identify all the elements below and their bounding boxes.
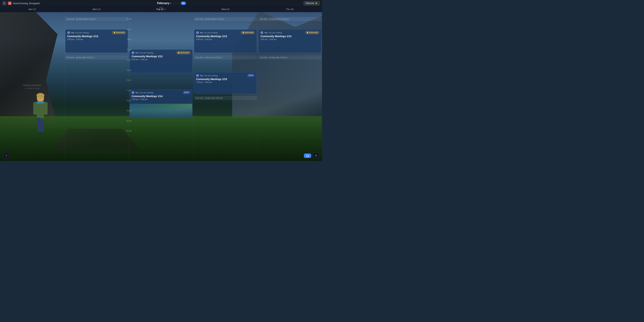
monday-community-meeting-event[interactable]: 🎭 You You are hosting 🔔 Interested Commu…: [65, 29, 128, 53]
thursday-event-avatar: 🎭: [260, 31, 263, 34]
wednesday-event1-you: You: [200, 31, 203, 34]
tuesday-event2-you: You: [135, 91, 139, 94]
monday-host-avatar: 🎭: [67, 31, 70, 34]
tuesday-event1-title: Community Meetings 1/13: [132, 55, 190, 58]
bottom-bar: / 11 +: [0, 150, 322, 161]
tuesday-event2-title: Community Meetings 1/14: [132, 95, 190, 98]
wednesday-event2-title: Community Meetings 1/15: [196, 78, 255, 81]
wednesday-event2-you: You: [200, 74, 203, 77]
month-title[interactable]: February ▾: [157, 1, 171, 5]
tuesday-event2-header: 🎭 You You are hosting RSVP: [132, 91, 190, 94]
tuesday-column: 12 pm 1 pm 2 pm 3 pm 4 pm 5 pm 6 pm 7 pm…: [129, 12, 193, 161]
day-header-label-sun12: Sun 12: [28, 8, 36, 10]
thursday-event-time: 3:00 pm - 5:00 pm: [260, 38, 319, 40]
monday-column: free time · all day before 3:00 pm 🎭 You…: [64, 12, 129, 161]
settings-button[interactable]: ⚙: [2, 1, 6, 5]
thursday-event-badge: 🔔 Interested: [305, 31, 319, 34]
day-header-mon13: Mon 13: [64, 6, 129, 12]
wednesday-event2-header: 🎭 You You are hosting RSVP: [196, 74, 255, 77]
month-chevron-icon: ▾: [170, 2, 171, 4]
top-bar-right: Discover ✨: [304, 1, 320, 5]
day-header-label-mon13: Mon 13: [93, 8, 100, 10]
tuesday-event2-avatar: 🎭: [132, 91, 134, 94]
slash-command-button[interactable]: /: [3, 152, 10, 159]
tuesday-event2-badge: RSVP: [183, 91, 190, 94]
gmt-label: GMT: [159, 7, 163, 9]
top-bar: ⚙ 📅 Good Evening, Elongated February ▾ ←…: [0, 0, 322, 6]
navigation-arrows: ← →: [173, 2, 179, 5]
thursday-community-meeting-event[interactable]: 🎭 You You are hosting 🔔 Interested Commu…: [258, 29, 321, 53]
wednesday-event2-time: 7:00 pm - 9:00 pm: [196, 81, 255, 83]
tuesday-community-meeting-1[interactable]: 🎭 You You are hosting 🔔 Interested Commu…: [130, 49, 192, 73]
tuesday-event1-header: 🎭 You You are hosting 🔔 Interested: [132, 51, 190, 54]
top-bar-left: ⚙ 📅 Good Evening, Elongated: [2, 1, 40, 5]
day-header-wed15: Wed 15: [193, 6, 258, 12]
wednesday-event2-badge: RSVP: [247, 74, 255, 77]
day-header-sun12: Sun 12: [0, 6, 64, 12]
thursday-event-title: Community Meetings 1/13: [260, 35, 319, 38]
tuesday-event2-host-label: You are hosting: [140, 91, 153, 94]
sunday-column: Nothing scheduled + Create an event: [0, 12, 64, 161]
wednesday-community-meeting-1[interactable]: 🎭 You You are hosting 🔔 Interested Commu…: [194, 29, 257, 53]
week-number-badge: 11: [181, 1, 186, 5]
tuesday-event2-time: 7:00 pm - 9:00 pm: [132, 98, 190, 100]
tuesday-event1-time: 3:00 pm - 5:00 pm: [132, 58, 190, 60]
wednesday-event1-title: Community Meetings 1/13: [196, 35, 255, 38]
monday-you-text: You: [71, 31, 74, 34]
wednesday-event1-time: 3:00 pm - 5:00 pm: [196, 38, 255, 40]
day-header-label-wed15: Wed 15: [222, 8, 230, 10]
monday-event-header: 🎭 You You are hosting 🔔 Interested: [67, 31, 126, 34]
monday-event-time: 3:00 pm - 5:00 pm: [67, 38, 126, 40]
day-header-thu16: Thu 16: [258, 6, 322, 12]
wednesday-event2-avatar: 🎭: [196, 74, 199, 77]
tuesday-event1-host: 🎭 You You are hosting: [132, 51, 153, 54]
monday-free-time-top: free time · all day before 3:00 pm: [65, 17, 128, 21]
thursday-column: free time · all day before 3:00 pm 🎭 You…: [258, 12, 322, 161]
wednesday-community-meeting-2[interactable]: 🎭 You You are hosting RSVP Community Mee…: [194, 72, 257, 94]
monday-free-time-bottom: free time · all day after 5:00 pm: [65, 56, 128, 59]
thursday-event-host-label: You are hosting: [268, 31, 282, 34]
tuesday-event1-badge: 🔔 Interested: [176, 51, 190, 54]
discover-button[interactable]: Discover ✨: [304, 1, 320, 5]
tuesday-event1-avatar: 🎭: [132, 51, 134, 54]
wednesday-column: free time · all day before 3:00 pm 🎭 You…: [193, 12, 258, 161]
wednesday-event1-avatar: 🎭: [196, 31, 199, 34]
wednesday-free-time-top: free time · all day before 3:00 pm: [194, 17, 257, 21]
wednesday-free-time-bottom: free time · all day after 9:00 pm: [194, 96, 257, 100]
day-headers-row: Sun 12 Mon 13 GMT Tue 14 ⇅ Wed 15 Thu 16: [0, 6, 322, 12]
wednesday-event1-header: 🎭 You You are hosting 🔔 Interested: [196, 31, 255, 34]
wednesday-event2-host-label: You are hosting: [204, 74, 218, 77]
top-bar-center: February ▾ ← → 11: [157, 1, 186, 5]
monday-event-title: Community Meetings 1/13: [67, 35, 126, 38]
prev-arrow-button[interactable]: ←: [173, 2, 176, 5]
day-header-label-thu16: Thu 16: [286, 8, 294, 10]
calendar-grid: Nothing scheduled + Create an event free…: [0, 12, 322, 161]
next-arrow-button[interactable]: →: [176, 2, 179, 5]
calendar-icon-button[interactable]: 📅: [8, 1, 12, 5]
monday-interested-badge: 🔔 Interested: [112, 31, 126, 34]
nothing-scheduled-text: Nothing scheduled: [23, 84, 41, 86]
greeting-text: Good Evening, Elongated: [13, 2, 40, 5]
wednesday-event1-badge: 🔔 Interested: [241, 31, 255, 34]
add-event-button[interactable]: +: [313, 152, 319, 159]
tuesday-event2-host: 🎭 You You are hosting: [132, 91, 153, 94]
thursday-event-host: 🎭 You You are hosting: [260, 31, 282, 34]
bottom-right-controls: 11 +: [304, 152, 319, 159]
thursday-free-time-top: free time · all day before 3:00 pm: [258, 17, 321, 21]
day-header-tue14: GMT Tue 14 ⇅: [129, 6, 193, 12]
create-event-link[interactable]: + Create an event: [23, 87, 41, 89]
wednesday-event1-host-label: You are hosting: [204, 31, 218, 34]
tuesday-community-meeting-2[interactable]: 🎭 You You are hosting RSVP Community Mee…: [130, 89, 192, 118]
current-day-badge: 11: [304, 153, 311, 158]
thursday-event-header: 🎭 You You are hosting 🔔 Interested: [260, 31, 319, 34]
monday-host-label: You are hosting: [75, 31, 89, 34]
tuesday-event1-you: You: [135, 52, 139, 54]
thursday-free-time-bottom: free time · all day after 5:00 pm: [258, 56, 321, 59]
adjust-icon: ⇅: [164, 8, 166, 10]
monday-event-host: 🎭 You You are hosting: [67, 31, 89, 34]
thursday-event-you: You: [264, 31, 268, 34]
wednesday-event1-host: 🎭 You You are hosting: [196, 31, 218, 34]
nothing-scheduled: Nothing scheduled + Create an event: [23, 84, 41, 89]
wednesday-event2-host: 🎭 You You are hosting: [196, 74, 218, 77]
tuesday-event1-host-label: You are hosting: [140, 52, 153, 54]
